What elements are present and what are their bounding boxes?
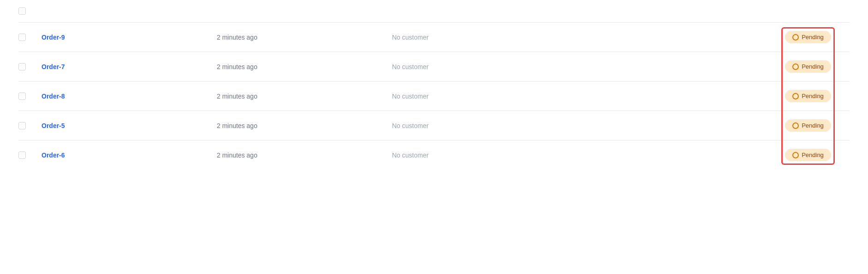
- table-header: [18, 0, 850, 23]
- row-checkbox-cell: [18, 93, 42, 100]
- payment-badge[interactable]: Pending: [785, 31, 831, 43]
- payment-badge[interactable]: Pending: [785, 60, 831, 73]
- customer-cell: No customer: [392, 63, 567, 70]
- row-checkbox-cell: [18, 63, 42, 70]
- order-link[interactable]: Order-9: [42, 34, 65, 41]
- row-checkbox[interactable]: [18, 34, 26, 41]
- order-link[interactable]: Order-6: [42, 152, 65, 159]
- table-row: Order-9 2 minutes ago No customer Pendin…: [18, 23, 850, 52]
- select-all-checkbox[interactable]: [18, 7, 26, 15]
- order-cell: Order-8: [42, 93, 217, 100]
- payment-badge[interactable]: Pending: [785, 119, 831, 132]
- order-link[interactable]: Order-8: [42, 93, 65, 100]
- customer-cell: No customer: [392, 152, 567, 159]
- customer-cell: No customer: [392, 122, 567, 129]
- payment-badge[interactable]: Pending: [785, 149, 831, 161]
- pending-icon: [792, 93, 799, 99]
- date-cell: 2 minutes ago: [217, 122, 392, 129]
- customer-cell: No customer: [392, 34, 567, 41]
- payment-status-label: Pending: [802, 93, 824, 99]
- payment-status-label: Pending: [802, 122, 824, 129]
- pending-icon: [792, 34, 799, 41]
- table-wrapper: Order-9 2 minutes ago No customer Pendin…: [18, 0, 850, 169]
- date-cell: 2 minutes ago: [217, 93, 392, 100]
- order-cell: Order-7: [42, 63, 217, 70]
- payment-cell: Pending: [567, 60, 850, 73]
- table-row: Order-7 2 minutes ago No customer Pendin…: [18, 52, 850, 82]
- payment-cell: Pending: [567, 90, 850, 102]
- date-cell: 2 minutes ago: [217, 63, 392, 70]
- order-link[interactable]: Order-7: [42, 63, 65, 70]
- row-checkbox[interactable]: [18, 63, 26, 70]
- header-checkbox-cell: [18, 7, 42, 15]
- date-cell: 2 minutes ago: [217, 34, 392, 41]
- row-checkbox[interactable]: [18, 152, 26, 159]
- payment-badge[interactable]: Pending: [785, 90, 831, 102]
- payment-status-label: Pending: [802, 63, 824, 70]
- payment-cell: Pending: [567, 149, 850, 161]
- row-checkbox-cell: [18, 152, 42, 159]
- payment-status-label: Pending: [802, 152, 824, 158]
- pending-icon: [792, 122, 799, 129]
- pending-icon: [792, 64, 799, 70]
- table-row: Order-6 2 minutes ago No customer Pendin…: [18, 140, 850, 169]
- order-cell: Order-6: [42, 152, 217, 159]
- order-cell: Order-9: [42, 34, 217, 41]
- table-row: Order-8 2 minutes ago No customer Pendin…: [18, 82, 850, 111]
- row-checkbox-cell: [18, 34, 42, 41]
- pending-icon: [792, 152, 799, 158]
- payment-status-label: Pending: [802, 34, 824, 41]
- row-checkbox-cell: [18, 122, 42, 129]
- customer-cell: No customer: [392, 93, 567, 100]
- payment-cell: Pending: [567, 31, 850, 43]
- order-link[interactable]: Order-5: [42, 122, 65, 129]
- row-checkbox[interactable]: [18, 122, 26, 129]
- table-body: Order-9 2 minutes ago No customer Pendin…: [18, 23, 850, 169]
- orders-table-container: Order-9 2 minutes ago No customer Pendin…: [0, 0, 868, 274]
- date-cell: 2 minutes ago: [217, 152, 392, 159]
- payment-cell: Pending: [567, 119, 850, 132]
- table-row: Order-5 2 minutes ago No customer Pendin…: [18, 111, 850, 140]
- row-checkbox[interactable]: [18, 93, 26, 100]
- order-cell: Order-5: [42, 122, 217, 129]
